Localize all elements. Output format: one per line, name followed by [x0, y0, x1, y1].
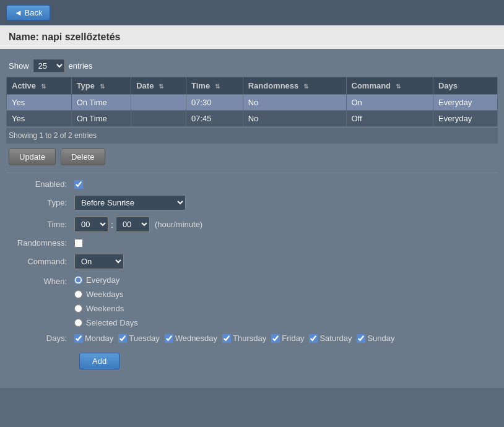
type-select[interactable]: Before SunriseOn TimeAfter SunriseBefore… — [74, 195, 186, 210]
when-option-weekdays[interactable]: Weekdays — [74, 290, 138, 299]
randomness-row: Randomness: — [12, 238, 492, 248]
delete-button[interactable]: Delete — [61, 149, 105, 165]
show-label: Show — [9, 61, 29, 71]
hour-select[interactable]: 0001020304050607080910111213141516171819… — [74, 217, 108, 232]
time-row: Time: 0001020304050607080910111213141516… — [12, 217, 492, 232]
when-option-everyday[interactable]: Everyday — [74, 275, 138, 285]
table-row[interactable]: YesOn Time07:30NoOnEveryday — [7, 95, 498, 111]
col-days[interactable]: Days — [433, 77, 497, 95]
top-bar: ◄ Back — [0, 0, 504, 25]
sort-randomness-icon: ⇅ — [303, 83, 308, 90]
day-tuesday[interactable]: Tuesday — [118, 334, 159, 343]
day-wednesday[interactable]: Wednesday — [165, 334, 217, 343]
day-monday[interactable]: Monday — [74, 334, 113, 343]
day-thursday[interactable]: Thursday — [222, 334, 266, 343]
col-randomness[interactable]: Randomness ⇅ — [243, 77, 346, 95]
data-table: Active ⇅ Type ⇅ Date ⇅ Time ⇅ Randomness… — [6, 77, 498, 127]
update-button[interactable]: Update — [9, 149, 56, 165]
col-command[interactable]: Command ⇅ — [346, 77, 433, 95]
entries-select[interactable]: 25 10 50 100 — [33, 59, 65, 73]
command-label: Command: — [12, 257, 74, 266]
sort-date-icon: ⇅ — [159, 83, 163, 90]
sort-command-icon: ⇅ — [396, 83, 401, 90]
sort-time-icon: ⇅ — [215, 83, 220, 90]
day-friday[interactable]: Friday — [271, 334, 304, 343]
page-title: Name: napi szellőztetés — [0, 25, 504, 49]
day-saturday[interactable]: Saturday — [309, 334, 352, 343]
table-row[interactable]: YesOn Time07:45NoOffEveryday — [7, 111, 498, 127]
enabled-checkbox[interactable] — [74, 180, 83, 189]
entries-label: entries — [69, 61, 93, 71]
action-buttons: Update Delete — [6, 144, 498, 170]
col-date[interactable]: Date ⇅ — [131, 77, 186, 95]
when-row: When: EverydayWeekdaysWeekendsSelected D… — [12, 275, 492, 327]
time-colon: : — [111, 220, 113, 230]
hour-minute-label: (hour/minute) — [155, 220, 202, 229]
time-label: Time: — [12, 220, 74, 229]
randomness-checkbox[interactable] — [74, 239, 83, 248]
enabled-label: Enabled: — [12, 179, 74, 189]
separator — [6, 173, 498, 173]
days-label: Days: — [12, 334, 74, 343]
type-row: Type: Before SunriseOn TimeAfter Sunrise… — [12, 195, 492, 210]
days-checkboxes: MondayTuesdayWednesdayThursdayFridaySatu… — [74, 334, 395, 343]
when-option-weekends[interactable]: Weekends — [74, 304, 138, 313]
show-entries-row: Show 25 10 50 100 entries — [6, 55, 498, 77]
showing-text: Showing 1 to 2 of 2 entries — [6, 127, 498, 144]
days-row: Days: MondayTuesdayWednesdayThursdayFrid… — [12, 334, 492, 343]
col-time[interactable]: Time ⇅ — [186, 77, 243, 95]
minute-select[interactable]: 000510152025303540455055 — [116, 217, 150, 232]
sort-type-icon: ⇅ — [100, 83, 105, 90]
command-row: Command: OnOff — [12, 254, 492, 269]
when-label: When: — [12, 275, 74, 286]
back-button[interactable]: ◄ Back — [6, 5, 50, 20]
sort-active-icon: ⇅ — [41, 83, 46, 90]
randomness-label: Randomness: — [12, 238, 74, 248]
command-select[interactable]: OnOff — [74, 254, 124, 269]
form-area: Enabled: Type: Before SunriseOn TimeAfte… — [6, 176, 498, 376]
type-label: Type: — [12, 198, 74, 207]
enabled-row: Enabled: — [12, 179, 492, 189]
add-button[interactable]: Add — [79, 353, 119, 369]
col-active[interactable]: Active ⇅ — [7, 77, 72, 95]
when-group: EverydayWeekdaysWeekendsSelected Days — [74, 275, 138, 327]
main-content: Show 25 10 50 100 entries Active ⇅ Type … — [0, 49, 504, 388]
col-type[interactable]: Type ⇅ — [71, 77, 131, 95]
day-sunday[interactable]: Sunday — [357, 334, 394, 343]
when-option-selected-days[interactable]: Selected Days — [74, 318, 138, 327]
